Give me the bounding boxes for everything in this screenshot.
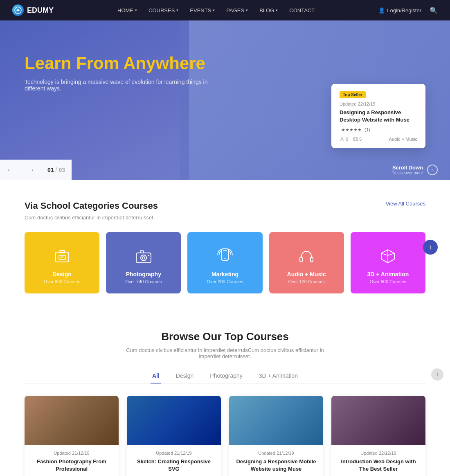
filter-tab-3d[interactable]: 3D + Animation — [257, 369, 299, 383]
hero-title: Learn From Anywhere — [25, 53, 425, 74]
nav-events[interactable]: EVENTS ▾ — [190, 7, 215, 14]
nav-right: 👤 Login/Register 🔍 — [378, 7, 438, 14]
top-courses-title: Browse Our Top Courses — [25, 330, 425, 343]
categories-title: Via School Categories Courses — [25, 201, 158, 211]
category-audio-name: Audio + Music — [287, 271, 326, 277]
scroll-down-label: Scroll Down — [392, 165, 423, 171]
category-photography-name: Photography — [126, 271, 161, 277]
top-seller-badge: Top Seller — [340, 91, 366, 98]
course-1-updated: Updated 21/12/19 — [30, 451, 113, 456]
course-4-title: Introduction Web Design with The Best Se… — [337, 458, 420, 473]
categories-subtitle: Cum doctus civibus efficiantur in imperd… — [25, 214, 425, 221]
hero-card-stars: ★★★★★ (1) — [340, 127, 417, 133]
course-thumb-1 — [25, 396, 119, 445]
hero-card-meta: 0 5 Audio + Music — [340, 137, 417, 142]
category-design[interactable]: Design Over 800 Courses — [25, 232, 99, 293]
nav-blog-arrow: ▾ — [276, 8, 278, 12]
category-marketing-name: Marketing — [212, 271, 239, 277]
categories-grid: Design Over 800 Courses Photography Over… — [25, 232, 425, 293]
filter-tab-design[interactable]: Design — [174, 369, 196, 383]
nav-pages-arrow: ▾ — [246, 8, 248, 12]
hero-card-updated: Updated 22/12/19 — [340, 102, 417, 106]
top-courses-section: Browse Our Top Courses Cum doctus civibu… — [0, 314, 450, 476]
nav-contact[interactable]: CONTACT — [289, 7, 315, 14]
camera-icon — [134, 246, 153, 266]
course-3-title: Designing a Responsive Mobile Website us… — [235, 458, 317, 473]
hero-course-card: Top Seller Updated 22/12/19 Designing a … — [331, 84, 425, 148]
courses-grid: Updated 21/12/19 Fashion Photography Fro… — [25, 396, 425, 476]
category-audio-count: Over 120 Courses — [288, 279, 325, 284]
hero-card-students: 0 — [340, 137, 348, 142]
scroll-down-sublabel: To discover more — [392, 171, 423, 175]
course-2-updated: Updated 21/12/19 — [133, 451, 215, 456]
course-card-4: Updated 22/12/19 Introduction Web Design… — [331, 396, 425, 476]
filter-tab-photography[interactable]: Photography — [208, 369, 244, 383]
brand-name: EDUMY — [27, 6, 54, 15]
category-design-count: Over 800 Courses — [44, 279, 80, 284]
course-card-1: Updated 21/12/19 Fashion Photography Fro… — [25, 396, 119, 476]
hero-content: Learn From Anywhere Technology is bringi… — [0, 20, 450, 92]
category-marketing-count: Over 200 Courses — [207, 279, 243, 284]
category-3d-name: 3D + Animation — [367, 271, 409, 277]
course-thumb-2 — [127, 396, 221, 445]
course-3-updated: Updated 21/12/19 — [235, 451, 317, 456]
svg-point-10 — [148, 255, 149, 256]
hero-section: Learn From Anywhere Technology is bringi… — [0, 20, 450, 180]
search-icon[interactable]: 🔍 — [430, 7, 438, 14]
categories-section: Via School Categories Courses View All C… — [0, 180, 450, 314]
category-3d-count: Over 900 Courses — [370, 279, 406, 284]
hero-card-title: Designing a Responsive Desktop Website w… — [340, 109, 417, 124]
scroll-down: Scroll Down To discover more ○ — [392, 165, 438, 175]
filter-tab-all[interactable]: All — [151, 369, 161, 383]
scroll-to-top-button[interactable]: ↑ — [431, 368, 443, 381]
brand-icon — [12, 5, 24, 16]
hero-subtitle: Technology is bringing a massive wave of… — [25, 79, 221, 92]
course-card-3: Updated 21/12/19 Designing a Responsive … — [229, 396, 323, 476]
brand: EDUMY — [12, 5, 54, 16]
course-2-title: Sketch: Creating Responsive SVG — [133, 458, 215, 473]
up-button[interactable]: ↑ — [423, 240, 438, 255]
nav-pages[interactable]: PAGES ▾ — [226, 7, 248, 14]
cube-icon — [378, 246, 398, 266]
course-thumb-4 — [331, 396, 425, 445]
svg-rect-2 — [353, 138, 358, 141]
course-card-2: Updated 21/12/19 Sketch: Creating Respon… — [127, 396, 221, 476]
slider-next-button[interactable]: → — [20, 160, 41, 180]
slider-count: 01 / 03 — [41, 167, 72, 173]
nav-courses[interactable]: COURSES ▾ — [148, 7, 178, 14]
up-button-area: ↑ — [423, 240, 438, 255]
filter-tabs: All Design Photography 3D + Animation — [25, 369, 425, 384]
svg-point-12 — [225, 258, 226, 259]
course-4-updated: Updated 22/12/19 — [337, 451, 420, 456]
svg-rect-6 — [136, 253, 151, 263]
categories-header: Via School Categories Courses View All C… — [25, 201, 425, 211]
svg-point-8 — [142, 257, 145, 259]
nav-links: HOME ▾ COURSES ▾ EVENTS ▾ PAGES ▾ BLOG ▾… — [117, 7, 315, 14]
user-icon: 👤 — [378, 7, 385, 14]
mobile-icon — [215, 246, 235, 266]
category-design-name: Design — [52, 271, 72, 277]
nav-home-arrow: ▾ — [135, 8, 137, 12]
course-thumb-3 — [229, 396, 323, 445]
course-1-title: Fashion Photography From Professional — [30, 458, 113, 473]
top-courses-subtitle: Cum doctus civibus efficiantur in imperd… — [123, 347, 327, 359]
nav-courses-arrow: ▾ — [176, 8, 178, 12]
svg-point-7 — [141, 255, 146, 261]
category-photography-count: Over 740 Courses — [125, 279, 162, 284]
view-all-courses-link[interactable]: View All Courses — [386, 201, 425, 207]
category-audio-music[interactable]: Audio + Music Over 120 Courses — [269, 232, 344, 293]
slider-prev-button[interactable]: ← — [0, 160, 20, 180]
hero-card-lessons: 5 — [353, 137, 362, 142]
category-photography[interactable]: Photography Over 740 Courses — [106, 232, 181, 293]
category-marketing[interactable]: Marketing Over 200 Courses — [187, 232, 262, 293]
navbar: EDUMY HOME ▾ COURSES ▾ EVENTS ▾ PAGES ▾ … — [0, 0, 450, 20]
svg-point-1 — [341, 138, 343, 139]
nav-blog[interactable]: BLOG ▾ — [259, 7, 278, 14]
hero-card-category: Audio + Music — [389, 137, 417, 142]
login-register-button[interactable]: 👤 Login/Register — [378, 7, 421, 14]
design-icon — [52, 246, 72, 266]
nav-home[interactable]: HOME ▾ — [117, 7, 137, 14]
headphone-icon — [297, 246, 316, 266]
category-3d-animation[interactable]: 3D + Animation Over 900 Courses — [351, 232, 425, 293]
scroll-down-circle[interactable]: ○ — [427, 165, 438, 175]
